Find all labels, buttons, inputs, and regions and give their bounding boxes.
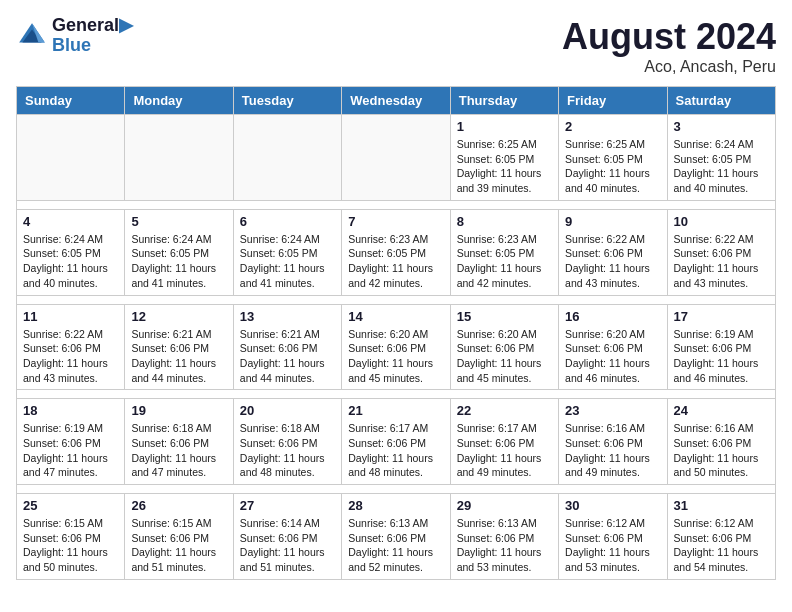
day-info: Sunrise: 6:19 AMSunset: 6:06 PMDaylight:… (674, 327, 769, 386)
calendar-cell: 19Sunrise: 6:18 AMSunset: 6:06 PMDayligh… (125, 399, 233, 485)
calendar-cell: 2Sunrise: 6:25 AMSunset: 6:05 PMDaylight… (559, 115, 667, 201)
day-info: Sunrise: 6:21 AMSunset: 6:06 PMDaylight:… (131, 327, 226, 386)
calendar-cell: 18Sunrise: 6:19 AMSunset: 6:06 PMDayligh… (17, 399, 125, 485)
day-number: 15 (457, 309, 552, 324)
calendar-cell: 15Sunrise: 6:20 AMSunset: 6:06 PMDayligh… (450, 304, 558, 390)
day-info: Sunrise: 6:21 AMSunset: 6:06 PMDaylight:… (240, 327, 335, 386)
calendar-week-row: 4Sunrise: 6:24 AMSunset: 6:05 PMDaylight… (17, 209, 776, 295)
day-number: 24 (674, 403, 769, 418)
calendar-cell: 8Sunrise: 6:23 AMSunset: 6:05 PMDaylight… (450, 209, 558, 295)
calendar-cell: 20Sunrise: 6:18 AMSunset: 6:06 PMDayligh… (233, 399, 341, 485)
day-number: 22 (457, 403, 552, 418)
calendar-cell (233, 115, 341, 201)
column-header-friday: Friday (559, 87, 667, 115)
day-info: Sunrise: 6:13 AMSunset: 6:06 PMDaylight:… (457, 516, 552, 575)
day-info: Sunrise: 6:22 AMSunset: 6:06 PMDaylight:… (23, 327, 118, 386)
day-info: Sunrise: 6:20 AMSunset: 6:06 PMDaylight:… (348, 327, 443, 386)
calendar-cell: 9Sunrise: 6:22 AMSunset: 6:06 PMDaylight… (559, 209, 667, 295)
day-info: Sunrise: 6:12 AMSunset: 6:06 PMDaylight:… (674, 516, 769, 575)
day-number: 1 (457, 119, 552, 134)
day-info: Sunrise: 6:24 AMSunset: 6:05 PMDaylight:… (23, 232, 118, 291)
day-info: Sunrise: 6:24 AMSunset: 6:05 PMDaylight:… (240, 232, 335, 291)
calendar-cell: 21Sunrise: 6:17 AMSunset: 6:06 PMDayligh… (342, 399, 450, 485)
day-number: 5 (131, 214, 226, 229)
day-number: 12 (131, 309, 226, 324)
day-number: 18 (23, 403, 118, 418)
day-info: Sunrise: 6:23 AMSunset: 6:05 PMDaylight:… (348, 232, 443, 291)
calendar-cell: 31Sunrise: 6:12 AMSunset: 6:06 PMDayligh… (667, 494, 775, 580)
calendar-cell (17, 115, 125, 201)
day-number: 17 (674, 309, 769, 324)
calendar-cell: 14Sunrise: 6:20 AMSunset: 6:06 PMDayligh… (342, 304, 450, 390)
day-number: 13 (240, 309, 335, 324)
day-info: Sunrise: 6:25 AMSunset: 6:05 PMDaylight:… (565, 137, 660, 196)
title-block: August 2024 Aco, Ancash, Peru (562, 16, 776, 76)
day-info: Sunrise: 6:15 AMSunset: 6:06 PMDaylight:… (131, 516, 226, 575)
calendar-cell: 26Sunrise: 6:15 AMSunset: 6:06 PMDayligh… (125, 494, 233, 580)
column-header-thursday: Thursday (450, 87, 558, 115)
calendar-cell: 3Sunrise: 6:24 AMSunset: 6:05 PMDaylight… (667, 115, 775, 201)
day-number: 31 (674, 498, 769, 513)
logo-icon (16, 20, 48, 52)
week-spacer-row (17, 485, 776, 494)
column-header-monday: Monday (125, 87, 233, 115)
calendar-cell: 29Sunrise: 6:13 AMSunset: 6:06 PMDayligh… (450, 494, 558, 580)
week-spacer-row (17, 390, 776, 399)
calendar-cell: 7Sunrise: 6:23 AMSunset: 6:05 PMDaylight… (342, 209, 450, 295)
calendar-cell: 27Sunrise: 6:14 AMSunset: 6:06 PMDayligh… (233, 494, 341, 580)
column-header-tuesday: Tuesday (233, 87, 341, 115)
day-number: 9 (565, 214, 660, 229)
day-number: 27 (240, 498, 335, 513)
day-info: Sunrise: 6:22 AMSunset: 6:06 PMDaylight:… (565, 232, 660, 291)
calendar-cell (125, 115, 233, 201)
calendar-cell: 1Sunrise: 6:25 AMSunset: 6:05 PMDaylight… (450, 115, 558, 201)
calendar-cell: 22Sunrise: 6:17 AMSunset: 6:06 PMDayligh… (450, 399, 558, 485)
day-number: 28 (348, 498, 443, 513)
day-info: Sunrise: 6:16 AMSunset: 6:06 PMDaylight:… (674, 421, 769, 480)
calendar-cell: 10Sunrise: 6:22 AMSunset: 6:06 PMDayligh… (667, 209, 775, 295)
day-number: 8 (457, 214, 552, 229)
day-number: 14 (348, 309, 443, 324)
calendar-subtitle: Aco, Ancash, Peru (562, 58, 776, 76)
day-info: Sunrise: 6:18 AMSunset: 6:06 PMDaylight:… (131, 421, 226, 480)
calendar-cell: 25Sunrise: 6:15 AMSunset: 6:06 PMDayligh… (17, 494, 125, 580)
calendar-week-row: 25Sunrise: 6:15 AMSunset: 6:06 PMDayligh… (17, 494, 776, 580)
day-info: Sunrise: 6:17 AMSunset: 6:06 PMDaylight:… (457, 421, 552, 480)
logo-text: General▶ Blue (52, 16, 133, 56)
day-number: 21 (348, 403, 443, 418)
week-spacer-row (17, 295, 776, 304)
calendar-cell: 30Sunrise: 6:12 AMSunset: 6:06 PMDayligh… (559, 494, 667, 580)
calendar-week-row: 11Sunrise: 6:22 AMSunset: 6:06 PMDayligh… (17, 304, 776, 390)
day-info: Sunrise: 6:16 AMSunset: 6:06 PMDaylight:… (565, 421, 660, 480)
day-number: 7 (348, 214, 443, 229)
calendar-cell: 16Sunrise: 6:20 AMSunset: 6:06 PMDayligh… (559, 304, 667, 390)
calendar-week-row: 18Sunrise: 6:19 AMSunset: 6:06 PMDayligh… (17, 399, 776, 485)
day-info: Sunrise: 6:14 AMSunset: 6:06 PMDaylight:… (240, 516, 335, 575)
calendar-cell: 13Sunrise: 6:21 AMSunset: 6:06 PMDayligh… (233, 304, 341, 390)
week-spacer-row (17, 200, 776, 209)
day-info: Sunrise: 6:18 AMSunset: 6:06 PMDaylight:… (240, 421, 335, 480)
calendar-cell: 6Sunrise: 6:24 AMSunset: 6:05 PMDaylight… (233, 209, 341, 295)
page-header: General▶ Blue August 2024 Aco, Ancash, P… (16, 16, 776, 76)
column-header-wednesday: Wednesday (342, 87, 450, 115)
day-number: 30 (565, 498, 660, 513)
day-number: 16 (565, 309, 660, 324)
calendar-cell: 12Sunrise: 6:21 AMSunset: 6:06 PMDayligh… (125, 304, 233, 390)
day-number: 29 (457, 498, 552, 513)
day-info: Sunrise: 6:24 AMSunset: 6:05 PMDaylight:… (674, 137, 769, 196)
day-number: 6 (240, 214, 335, 229)
calendar-title: August 2024 (562, 16, 776, 58)
day-number: 25 (23, 498, 118, 513)
day-info: Sunrise: 6:15 AMSunset: 6:06 PMDaylight:… (23, 516, 118, 575)
day-info: Sunrise: 6:20 AMSunset: 6:06 PMDaylight:… (565, 327, 660, 386)
day-info: Sunrise: 6:23 AMSunset: 6:05 PMDaylight:… (457, 232, 552, 291)
day-number: 26 (131, 498, 226, 513)
day-info: Sunrise: 6:13 AMSunset: 6:06 PMDaylight:… (348, 516, 443, 575)
calendar-cell: 28Sunrise: 6:13 AMSunset: 6:06 PMDayligh… (342, 494, 450, 580)
day-number: 19 (131, 403, 226, 418)
calendar-cell: 4Sunrise: 6:24 AMSunset: 6:05 PMDaylight… (17, 209, 125, 295)
day-info: Sunrise: 6:25 AMSunset: 6:05 PMDaylight:… (457, 137, 552, 196)
calendar-table: SundayMondayTuesdayWednesdayThursdayFrid… (16, 86, 776, 580)
day-info: Sunrise: 6:20 AMSunset: 6:06 PMDaylight:… (457, 327, 552, 386)
calendar-cell: 24Sunrise: 6:16 AMSunset: 6:06 PMDayligh… (667, 399, 775, 485)
